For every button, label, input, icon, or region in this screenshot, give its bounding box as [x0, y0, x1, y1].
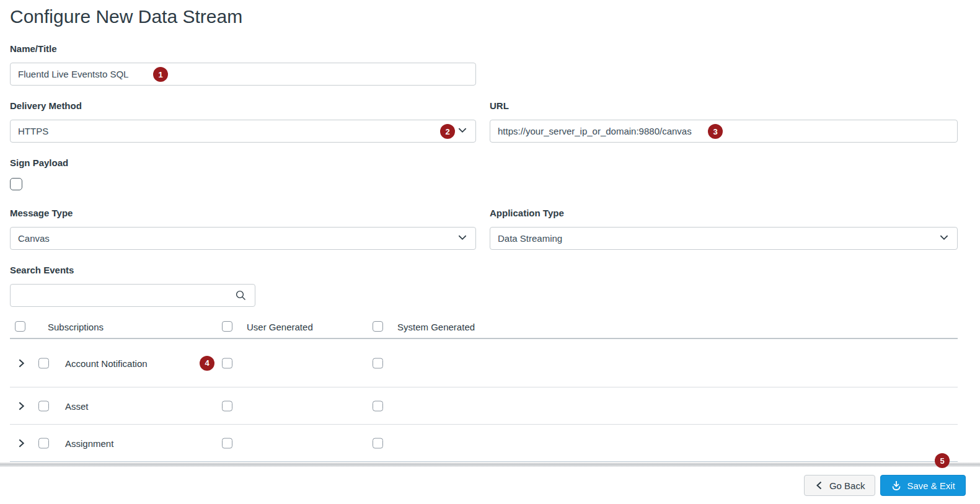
footer-shadow-divider [0, 462, 980, 467]
user-generated-checkbox[interactable] [222, 400, 232, 411]
go-back-label: Go Back [829, 480, 865, 491]
chevron-down-icon [938, 232, 950, 245]
annotation-badge-3: 3 [708, 124, 723, 139]
download-icon [891, 480, 902, 491]
subscriptions-select-all-checkbox[interactable] [15, 321, 25, 332]
message-application-row: Message Type Canvas Application Type Dat… [10, 193, 958, 250]
user-generated-checkbox[interactable] [222, 438, 232, 448]
save-and-exit-button[interactable]: Save & Exit [880, 475, 966, 496]
application-type-value: Data Streaming [498, 233, 562, 244]
system-generated-checkbox[interactable] [373, 400, 383, 411]
event-row-assignment: Assignment [10, 425, 958, 462]
message-type-select[interactable]: Canvas [10, 227, 476, 250]
subscription-checkbox[interactable] [38, 400, 49, 411]
user-generated-column-header: User Generated [247, 322, 313, 332]
annotation-badge-2: 2 [440, 124, 455, 139]
chevron-left-icon [814, 480, 824, 490]
chevron-down-icon [457, 232, 468, 245]
delivery-method-value: HTTPS [18, 126, 48, 136]
event-row-label: Assignment [65, 438, 113, 448]
delivery-method-label: Delivery Method [10, 101, 476, 111]
name-title-input[interactable] [10, 63, 476, 86]
event-row-label: Asset [65, 400, 89, 411]
save-and-exit-label: Save & Exit [907, 480, 955, 491]
annotation-badge-5: 5 [935, 453, 950, 468]
user-generated-checkbox[interactable] [222, 358, 232, 368]
subscriptions-column-header: Subscriptions [48, 322, 104, 332]
sign-payload-label: Sign Payload [10, 158, 958, 168]
search-events-label: Search Events [10, 265, 958, 275]
search-events-input[interactable] [10, 284, 255, 307]
expand-row-button[interactable] [16, 400, 27, 411]
events-table-header: Subscriptions User Generated System Gene… [10, 315, 958, 339]
annotation-badge-4: 4 [200, 356, 214, 371]
name-title-label: Name/Title [10, 44, 958, 54]
system-generated-checkbox[interactable] [373, 358, 383, 368]
annotation-badge-1: 1 [153, 67, 168, 82]
url-input[interactable] [490, 120, 958, 143]
delivery-method-select[interactable]: HTTPS [10, 120, 476, 143]
system-generated-checkbox[interactable] [373, 438, 383, 448]
url-label: URL [490, 101, 958, 111]
search-events-wrap [10, 284, 255, 307]
expand-row-button[interactable] [16, 358, 27, 368]
application-type-label: Application Type [490, 208, 958, 218]
configure-data-stream-page: Configure New Data Stream Name/Title 1 D… [0, 0, 980, 462]
event-row-account-notification: Account Notification 4 [10, 339, 958, 387]
page-title: Configure New Data Stream [10, 5, 958, 29]
system-generated-select-all-checkbox[interactable] [373, 321, 383, 332]
delivery-url-row: Delivery Method HTTPS 2 URL 3 [10, 86, 958, 143]
system-generated-column-header: System Generated [397, 322, 475, 332]
name-title-field-wrap: 1 [10, 63, 476, 86]
subscription-checkbox[interactable] [38, 438, 49, 448]
footer-action-bar: 5 Go Back Save & Exit [0, 467, 980, 504]
message-type-value: Canvas [18, 233, 50, 244]
user-generated-select-all-checkbox[interactable] [222, 321, 232, 332]
subscription-checkbox[interactable] [38, 358, 49, 368]
message-type-label: Message Type [10, 208, 476, 218]
application-type-select[interactable]: Data Streaming [490, 227, 958, 250]
events-table: Subscriptions User Generated System Gene… [10, 315, 958, 462]
event-row-asset: Asset [10, 387, 958, 425]
chevron-down-icon [457, 125, 468, 138]
go-back-button[interactable]: Go Back [804, 475, 876, 496]
sign-payload-checkbox[interactable] [10, 178, 22, 190]
search-icon [235, 290, 247, 304]
expand-row-button[interactable] [16, 438, 27, 448]
event-row-label: Account Notification [65, 358, 148, 368]
